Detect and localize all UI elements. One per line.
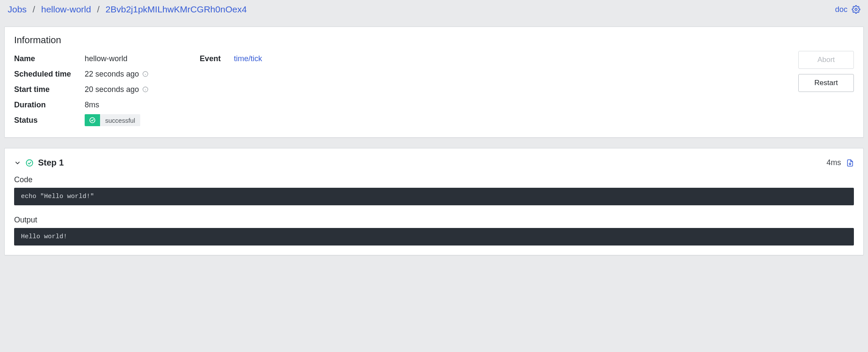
breadcrumb: Jobs / hellow-world / 2Bvb2j1pkMILhwKMrC…	[8, 4, 247, 15]
info-value-event-link[interactable]: time/tick	[234, 54, 262, 63]
output-block: Hello world!	[14, 228, 854, 246]
chevron-down-icon[interactable]	[14, 160, 21, 166]
info-value-duration: 8ms	[85, 101, 99, 109]
info-label-scheduled-time: Scheduled time	[14, 70, 85, 79]
info-label-duration: Duration	[14, 101, 85, 109]
breadcrumb-run-id[interactable]: 2Bvb2j1pkMILhwKMrCGRh0nOex4	[106, 4, 247, 15]
step-title: Step 1	[38, 158, 64, 168]
output-label: Output	[14, 216, 854, 225]
status-text: successful	[100, 114, 140, 126]
svg-point-8	[27, 160, 33, 166]
status-success-icon	[85, 114, 100, 126]
breadcrumb-jobs-link[interactable]: Jobs	[8, 4, 27, 15]
code-block: echo "Hello world!"	[14, 188, 854, 205]
svg-point-7	[90, 118, 95, 123]
info-value-name: hellow-world	[85, 54, 127, 63]
doc-link[interactable]: doc	[835, 5, 847, 14]
info-icon[interactable]	[142, 71, 148, 77]
breadcrumb-separator: /	[97, 4, 100, 15]
step-card: Step 1 4ms Code echo "Hello world!"	[4, 148, 864, 255]
breadcrumb-job-link[interactable]: hellow-world	[41, 4, 91, 15]
svg-point-0	[855, 9, 857, 11]
download-button[interactable]	[846, 159, 854, 167]
info-label-status: Status	[14, 116, 85, 125]
info-label-start-time: Start time	[14, 85, 85, 94]
breadcrumb-separator: /	[32, 4, 35, 15]
settings-button[interactable]	[852, 5, 860, 14]
info-label-name: Name	[14, 54, 85, 63]
info-value-start-time: 20 seconds ago	[85, 85, 139, 94]
restart-button[interactable]: Restart	[798, 74, 854, 92]
download-icon	[846, 159, 854, 167]
information-card: Information Name hellow-world Scheduled …	[4, 27, 864, 138]
step-success-icon	[25, 159, 34, 167]
info-icon[interactable]	[142, 86, 148, 92]
info-label-event: Event	[200, 54, 234, 63]
abort-button: Abort	[798, 51, 854, 69]
information-title: Information	[14, 35, 854, 46]
info-value-scheduled-time: 22 seconds ago	[85, 70, 139, 79]
status-badge: successful	[85, 114, 140, 126]
step-duration: 4ms	[827, 158, 841, 167]
gear-icon	[852, 5, 860, 14]
code-label: Code	[14, 175, 854, 184]
